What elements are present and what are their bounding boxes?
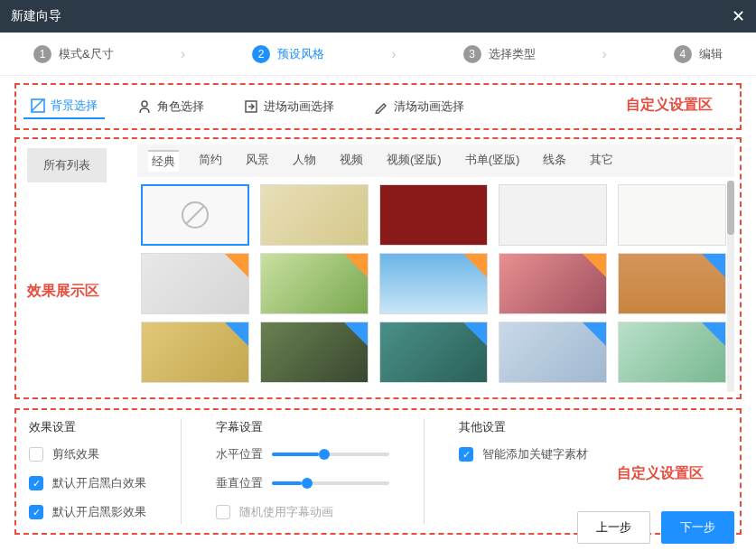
cat-scenery[interactable]: 风景 <box>242 150 273 172</box>
svg-point-2 <box>142 101 147 107</box>
sidebar: 所有列表 效果展示区 <box>22 145 130 392</box>
thumb-item[interactable] <box>141 253 249 314</box>
cat-video-v[interactable]: 视频(竖版) <box>383 150 445 172</box>
cat-other[interactable]: 其它 <box>586 150 617 172</box>
random-row[interactable]: 随机使用字幕动画 <box>216 504 389 520</box>
cat-book-v[interactable]: 书单(竖版) <box>462 150 524 172</box>
footer-buttons: 上一步 下一步 <box>577 511 734 544</box>
section-tabs: 背景选择 角色选择 进场动画选择 清场动画选择 自定义设置区 <box>14 83 742 130</box>
brush-icon <box>374 99 388 114</box>
checkbox[interactable] <box>459 447 473 462</box>
checkbox[interactable] <box>216 505 230 519</box>
scrollbar-handle[interactable] <box>727 181 734 235</box>
thumb-item[interactable] <box>618 322 726 383</box>
scrollbar[interactable] <box>727 181 734 392</box>
other-title: 其他设置 <box>459 419 588 435</box>
thumb-item[interactable] <box>260 184 369 246</box>
thumb-item[interactable] <box>141 322 249 383</box>
thumb-item[interactable] <box>499 322 607 383</box>
badge-icon <box>583 254 606 277</box>
next-button[interactable]: 下一步 <box>661 511 734 544</box>
badge-icon <box>702 254 725 277</box>
subtitle-settings: 字幕设置 水平位置 垂直位置 随机使用字幕动画 <box>216 419 389 524</box>
prev-button[interactable]: 上一步 <box>577 511 650 544</box>
hpos-slider[interactable] <box>272 453 389 456</box>
badge-icon <box>225 254 248 277</box>
window-title: 新建向导 <box>11 8 61 24</box>
thumb-none[interactable] <box>141 184 249 246</box>
step-2[interactable]: 2预设风格 <box>252 45 324 63</box>
annotation-custom-area: 自定义设置区 <box>626 96 713 115</box>
tab-background[interactable]: 背景选择 <box>23 94 105 119</box>
cat-simple[interactable]: 简约 <box>195 150 226 172</box>
chevron-right-icon: › <box>391 46 396 62</box>
divider <box>424 419 425 524</box>
all-list-button[interactable]: 所有列表 <box>27 148 107 182</box>
chevron-right-icon: › <box>602 46 607 62</box>
effect-row[interactable]: 默认开启黑白效果 <box>29 475 146 491</box>
thumb-item[interactable] <box>260 322 369 383</box>
titlebar: 新建向导 ✕ <box>0 0 756 33</box>
annotation-custom-area: 自定义设置区 <box>617 464 704 483</box>
step-4[interactable]: 4编辑 <box>674 45 723 63</box>
enter-icon <box>244 99 258 114</box>
effect-title: 效果设置 <box>29 419 146 435</box>
wizard-steps: 1模式&尺寸 › 2预设风格 › 3选择类型 › 4编辑 <box>0 33 756 76</box>
checkbox[interactable] <box>29 505 43 519</box>
thumb-item[interactable] <box>618 184 726 246</box>
badge-icon <box>225 322 248 346</box>
thumb-item[interactable] <box>379 184 488 246</box>
badge-icon <box>702 322 725 346</box>
vpos-slider[interactable] <box>272 481 389 485</box>
badge-icon <box>344 254 368 277</box>
badge-icon <box>463 254 487 277</box>
content-area: 经典 简约 风景 人物 视频 视频(竖版) 书单(竖版) 线条 其它 <box>137 145 734 392</box>
step-1[interactable]: 1模式&尺寸 <box>33 45 114 63</box>
thumb-item[interactable] <box>499 184 607 246</box>
person-icon <box>137 99 152 114</box>
hpos-row: 水平位置 <box>216 446 389 462</box>
badge-icon <box>463 322 487 346</box>
divider <box>181 419 182 524</box>
chevron-right-icon: › <box>181 46 185 62</box>
tab-character[interactable]: 角色选择 <box>130 95 211 118</box>
badge-icon <box>344 322 368 346</box>
thumb-item[interactable] <box>618 253 726 314</box>
tab-enter-animation[interactable]: 进场动画选择 <box>237 95 341 118</box>
annotation-preview-area: 效果展示区 <box>27 282 130 301</box>
thumb-item[interactable] <box>379 322 488 383</box>
badge-icon <box>583 322 606 346</box>
close-icon[interactable]: ✕ <box>732 6 745 26</box>
svg-line-5 <box>186 206 204 224</box>
thumb-item[interactable] <box>379 253 488 314</box>
thumb-item[interactable] <box>260 253 369 314</box>
tab-exit-animation[interactable]: 清场动画选择 <box>367 95 471 118</box>
checkbox[interactable] <box>29 447 43 462</box>
main-area: 所有列表 效果展示区 经典 简约 风景 人物 视频 视频(竖版) 书单(竖版) … <box>14 137 742 399</box>
effect-row[interactable]: 剪纸效果 <box>29 446 146 462</box>
svg-line-1 <box>32 99 43 111</box>
thumbnail-grid <box>141 184 731 383</box>
cat-lines[interactable]: 线条 <box>539 150 570 172</box>
step-3[interactable]: 3选择类型 <box>463 45 536 63</box>
subtitle-title: 字幕设置 <box>216 419 389 435</box>
checkbox[interactable] <box>29 476 43 490</box>
other-settings: 其他设置 智能添加关键字素材 <box>459 419 588 524</box>
cat-people[interactable]: 人物 <box>289 150 320 172</box>
smart-row[interactable]: 智能添加关键字素材 <box>459 446 588 462</box>
background-icon <box>31 98 45 113</box>
cat-video[interactable]: 视频 <box>336 150 367 172</box>
cat-classic[interactable]: 经典 <box>148 150 179 172</box>
effect-settings: 效果设置 剪纸效果 默认开启黑白效果 默认开启黑影效果 <box>29 419 146 524</box>
thumb-item[interactable] <box>499 253 607 314</box>
category-tabs: 经典 简约 风景 人物 视频 视频(竖版) 书单(竖版) 线条 其它 <box>137 145 734 177</box>
thumbnail-grid-wrap <box>137 177 734 392</box>
effect-row[interactable]: 默认开启黑影效果 <box>29 504 146 520</box>
vpos-row: 垂直位置 <box>216 475 389 491</box>
